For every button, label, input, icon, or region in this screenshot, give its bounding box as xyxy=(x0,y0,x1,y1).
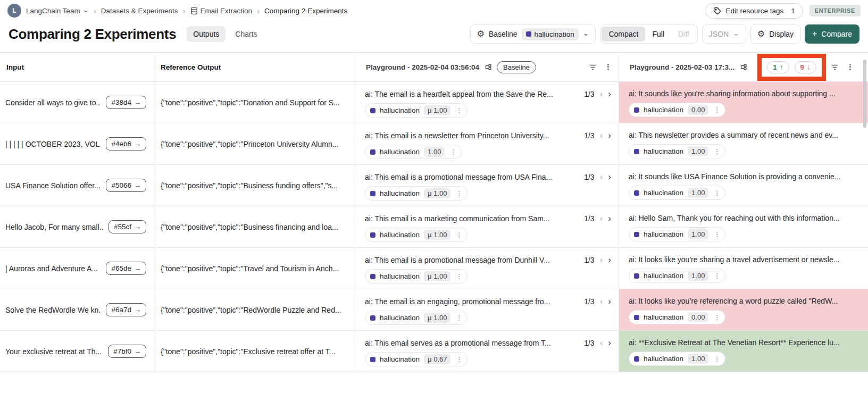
example-id-badge[interactable]: #55cf → xyxy=(108,220,146,233)
prev-output-button[interactable]: ‹ xyxy=(600,255,603,264)
mode-compact-button[interactable]: Compact xyxy=(602,27,645,41)
feedback-badge[interactable]: hallucination μ 1.00 ⋮ xyxy=(365,228,468,242)
example-id-badge[interactable]: #7bf0 → xyxy=(108,345,146,358)
input-cell[interactable]: Hello Jacob, For many small... #55cf → xyxy=(0,206,154,247)
reference-output-cell[interactable]: {"tone":"positive","topic":"Travel and T… xyxy=(154,248,355,289)
column-filter-button[interactable] xyxy=(589,64,597,71)
kebab-icon[interactable]: ⋮ xyxy=(713,189,721,197)
next-output-button[interactable]: › xyxy=(608,89,611,98)
team-avatar[interactable]: L xyxy=(7,4,21,18)
experiment-2-name[interactable]: Playground - 2025-02-03 17:3... xyxy=(630,63,735,71)
exp2-cell[interactable]: ai: It looks like you’re referencing a w… xyxy=(619,289,868,330)
prev-output-button[interactable]: ‹ xyxy=(600,338,603,347)
input-cell[interactable]: Solve the RedWordle We kn... #6a7d → xyxy=(0,289,154,330)
column-filter-button[interactable] xyxy=(831,64,839,71)
exp2-cell[interactable]: ai: It sounds like you're sharing inform… xyxy=(619,82,868,123)
kebab-icon[interactable]: ⋮ xyxy=(713,355,721,363)
feedback-badge[interactable]: hallucination 1.00 ⋮ xyxy=(629,227,725,241)
kebab-icon[interactable]: ⋮ xyxy=(455,273,463,280)
team-switcher[interactable]: LangChain Team ⌄ xyxy=(26,7,89,15)
feedback-badge[interactable]: hallucination μ 1.00 ⋮ xyxy=(365,269,468,283)
exp1-cell[interactable]: ai: This email is a promotional message … xyxy=(355,248,619,289)
reference-output-cell[interactable]: {"tone":"positive","topic":"Exclusive re… xyxy=(154,331,355,372)
feedback-badge[interactable]: hallucination μ 1.00 ⋮ xyxy=(365,186,468,200)
feedback-badge[interactable]: hallucination 0.00 ⋮ xyxy=(629,103,725,117)
prev-output-button[interactable]: ‹ xyxy=(600,89,603,98)
reference-output-cell[interactable]: {"tone":"positive","topic":"Business fun… xyxy=(154,165,355,206)
example-id-badge[interactable]: #65de → xyxy=(106,262,146,275)
kebab-icon[interactable]: ⋮ xyxy=(455,356,463,363)
exp2-cell[interactable]: ai: **Exclusive Retreat at The Venetian … xyxy=(619,331,868,372)
kebab-icon[interactable]: ⋮ xyxy=(455,107,463,114)
kebab-icon[interactable]: ⋮ xyxy=(713,106,721,114)
vertical-scrollbar[interactable] xyxy=(863,60,866,128)
kebab-icon[interactable]: ⋮ xyxy=(455,190,463,197)
prev-output-button[interactable]: ‹ xyxy=(600,131,603,140)
input-cell[interactable]: Consider all ways to give to... #38d4 → xyxy=(0,82,154,123)
feedback-badge[interactable]: hallucination 1.00 ⋮ xyxy=(629,186,725,200)
feedback-badge[interactable]: hallucination 1.00 ⋮ xyxy=(365,145,462,159)
feedback-badge[interactable]: hallucination 0.00 ⋮ xyxy=(629,310,725,324)
feedback-badge[interactable]: hallucination μ 1.00 ⋮ xyxy=(365,311,468,325)
feedback-badge[interactable]: hallucination μ 1.00 ⋮ xyxy=(365,103,468,118)
exp2-cell[interactable]: ai: It sounds like USA Finance Solution … xyxy=(619,165,868,206)
next-output-button[interactable]: › xyxy=(608,255,611,264)
next-output-button[interactable]: › xyxy=(608,297,611,306)
tab-charts[interactable]: Charts xyxy=(229,26,263,42)
experiment-1-name[interactable]: Playground - 2025-02-04 03:56:04 xyxy=(366,63,479,71)
exp2-cell[interactable]: ai: Hello Sam, Thank you for reaching ou… xyxy=(619,206,868,247)
json-format-dropdown[interactable]: JSON ⌄ xyxy=(702,24,746,44)
improved-count-pill[interactable]: 1 ↑ xyxy=(767,61,789,73)
prev-output-button[interactable]: ‹ xyxy=(600,172,603,181)
prev-output-button[interactable]: ‹ xyxy=(600,214,603,223)
input-cell[interactable]: Your exclusive retreat at Th... #7bf0 → xyxy=(0,331,154,372)
next-output-button[interactable]: › xyxy=(608,131,611,140)
exp1-cell[interactable]: ai: The email is an engaging, promotiona… xyxy=(355,289,619,330)
next-output-button[interactable]: › xyxy=(608,172,611,181)
kebab-icon[interactable]: ⋮ xyxy=(455,231,463,239)
reference-output-cell[interactable]: {"tone":"positive","topic":"Business fin… xyxy=(154,206,355,247)
mode-diff-button[interactable]: Diff xyxy=(671,27,696,41)
tab-outputs[interactable]: Outputs xyxy=(187,26,226,42)
feedback-badge[interactable]: hallucination 1.00 ⋮ xyxy=(629,269,725,283)
exp2-cell[interactable]: ai: This newsletter provides a summary o… xyxy=(619,123,868,164)
breadcrumb-dataset-link[interactable]: Email Extraction xyxy=(190,7,253,15)
reference-output-cell[interactable]: {"tone":"positive","topic":"Princeton Un… xyxy=(154,123,355,164)
kebab-icon[interactable]: ⋮ xyxy=(713,231,721,238)
exp1-cell[interactable]: ai: The email is a heartfelt appeal from… xyxy=(355,82,619,123)
exp2-cell[interactable]: ai: It looks like you're sharing a trave… xyxy=(619,248,868,289)
add-compare-button[interactable]: + Compare xyxy=(805,24,859,44)
example-id-badge[interactable]: #38d4 → xyxy=(106,96,146,109)
kebab-icon[interactable]: ⋮ xyxy=(713,314,721,321)
example-id-badge[interactable]: #6a7d → xyxy=(106,303,146,316)
exp1-cell[interactable]: ai: This email is a marketing communicat… xyxy=(355,206,619,247)
next-output-button[interactable]: › xyxy=(608,214,611,223)
feedback-badge[interactable]: hallucination 1.00 ⋮ xyxy=(629,144,725,158)
kebab-icon[interactable]: ⋮ xyxy=(713,148,721,155)
display-settings-button[interactable]: ⚙ Display xyxy=(750,24,800,44)
regressed-count-pill[interactable]: 9 ↓ xyxy=(795,61,816,73)
kebab-icon[interactable]: ⋮ xyxy=(713,272,721,280)
input-cell[interactable]: USA Finance Solution offer... #5066 → xyxy=(0,165,154,206)
column-menu-button[interactable]: ⋮ xyxy=(604,62,612,72)
next-output-button[interactable]: › xyxy=(608,338,611,347)
column-menu-button[interactable]: ⋮ xyxy=(846,62,854,72)
prev-output-button[interactable]: ‹ xyxy=(600,297,603,306)
kebab-icon[interactable]: ⋮ xyxy=(449,148,457,156)
example-id-badge[interactable]: #5066 → xyxy=(106,179,146,192)
reference-output-cell[interactable]: {"tone":"positive","topic":"RedWordle Pu… xyxy=(154,289,355,330)
exp1-cell[interactable]: ai: This email is a promotional message … xyxy=(355,165,619,206)
baseline-feedback-dropdown[interactable]: ⚙ Baseline hallucination ⌄ xyxy=(470,24,596,44)
mode-full-button[interactable]: Full xyxy=(645,27,671,41)
input-cell[interactable]: | | | | | OCTOBER 2023, VOL... #4eb6 → xyxy=(0,123,154,164)
exp1-cell[interactable]: ai: This email is a newsletter from Prin… xyxy=(355,123,619,164)
feedback-badge[interactable]: hallucination μ 0.67 ⋮ xyxy=(365,352,468,366)
input-cell[interactable]: | Auroras and Adventure A... #65de → xyxy=(0,248,154,289)
kebab-icon[interactable]: ⋮ xyxy=(455,314,463,322)
reference-output-cell[interactable]: {"tone":"positive","topic":"Donation and… xyxy=(154,82,355,123)
feedback-badge[interactable]: hallucination 1.00 ⋮ xyxy=(629,352,725,366)
breadcrumb-datasets-link[interactable]: Datasets & Experiments xyxy=(101,7,178,15)
example-id-badge[interactable]: #4eb6 → xyxy=(106,137,146,150)
edit-resource-tags-button[interactable]: Edit resource tags 1 xyxy=(705,3,803,19)
exp1-cell[interactable]: ai: This email serves as a promotional m… xyxy=(355,331,619,372)
